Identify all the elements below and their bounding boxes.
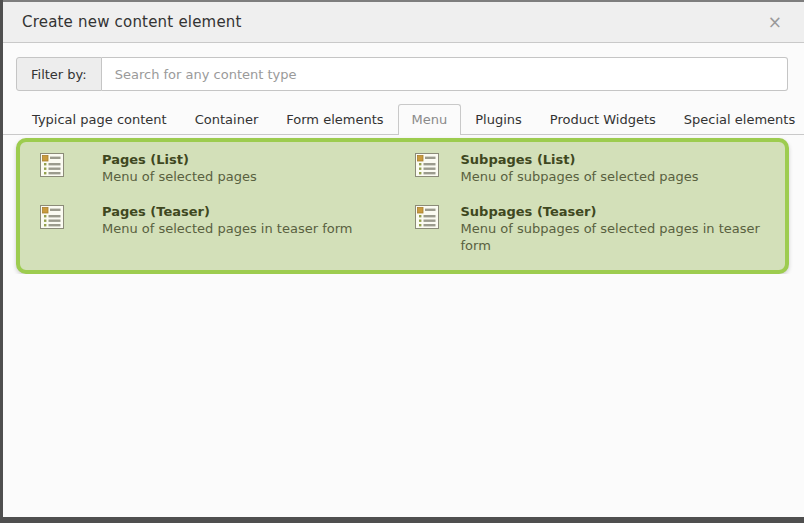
tab-bar: Typical page content Container Form elem… [3,104,804,135]
item-description: Menu of selected pages [102,168,257,185]
tab-plugins[interactable]: Plugins [461,104,536,135]
menu-pages-teaser-icon [40,205,64,229]
element-grid: Pages (List) Menu of selected pages Subp… [20,142,785,263]
dialog-header: Create new content element × [3,2,804,43]
tab-container[interactable]: Container [181,104,273,135]
tab-form-elements[interactable]: Form elements [272,104,397,135]
menu-subpages-icon [415,153,439,177]
close-icon[interactable]: × [764,12,786,33]
item-description: Menu of selected pages in teaser form [102,220,352,237]
dialog-title: Create new content element [22,13,242,31]
item-title: Pages (Teaser) [102,203,352,220]
empty-content-area [3,274,804,517]
menu-subpages-teaser-icon [415,205,439,229]
menu-elements-panel: Pages (List) Menu of selected pages Subp… [16,138,789,274]
item-subpages-list[interactable]: Subpages (List) Menu of subpages of sele… [403,150,778,186]
item-description: Menu of subpages of selected pages [461,168,699,185]
create-content-element-dialog: Create new content element × Filter by: … [3,0,804,517]
item-subpages-teaser[interactable]: Subpages (Teaser) Menu of subpages of se… [403,202,778,255]
tab-menu[interactable]: Menu [398,104,462,135]
tab-special-elements[interactable]: Special elements [670,104,804,135]
item-pages-list[interactable]: Pages (List) Menu of selected pages [28,150,403,186]
filter-bar: Filter by: [16,57,788,91]
item-description: Menu of subpages of selected pages in te… [461,220,774,254]
menu-pages-icon [40,153,64,177]
tab-typical-page-content[interactable]: Typical page content [18,104,181,135]
item-title: Subpages (List) [461,151,699,168]
item-pages-teaser[interactable]: Pages (Teaser) Menu of selected pages in… [28,202,403,255]
tab-product-widgets[interactable]: Product Widgets [536,104,670,135]
content-type-search-input[interactable] [102,57,788,91]
item-title: Pages (List) [102,151,257,168]
filter-by-label: Filter by: [16,57,102,91]
item-title: Subpages (Teaser) [461,203,774,220]
